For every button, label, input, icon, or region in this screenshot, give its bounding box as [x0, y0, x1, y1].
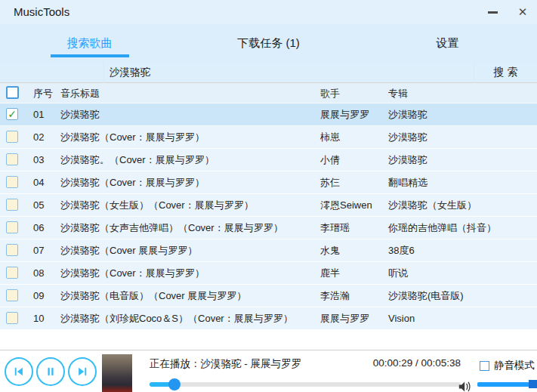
volume-slider[interactable]: [477, 382, 535, 387]
song-album: 你瑶的吉他弹唱（抖音）: [388, 217, 496, 239]
next-button[interactable]: [68, 357, 97, 386]
pause-button[interactable]: [36, 357, 65, 386]
table-row[interactable]: 10 沙漠骆驼（刘珍妮Coco＆S）（Cover：展展与罗罗） 展展与罗罗 Vi…: [0, 307, 537, 330]
volume-fill: [477, 382, 535, 387]
row-checkbox[interactable]: [6, 176, 18, 188]
search-button[interactable]: 搜 索: [474, 62, 537, 82]
row-checkbox[interactable]: [6, 312, 18, 324]
progress-handle[interactable]: [168, 378, 181, 390]
song-artist: 李瑨瑶: [320, 217, 350, 239]
song-index: 08: [33, 262, 44, 285]
player-bar: 正在播放：沙漠骆驼 - 展展与罗罗 00:00:29 / 00:05:38 静音…: [0, 350, 537, 392]
row-checkbox[interactable]: ✓: [6, 108, 18, 120]
song-title: 沙漠骆驼（电音版）（Cover 展展与罗罗）: [60, 285, 246, 307]
song-album: 沙漠骆驼: [388, 126, 427, 149]
song-artist: 李浩瀚: [320, 285, 350, 307]
song-index: 10: [33, 307, 44, 330]
song-album: Vision: [388, 307, 415, 330]
song-index: 05: [33, 194, 44, 217]
song-artist: 小倩: [320, 149, 340, 171]
row-checkbox[interactable]: [6, 199, 18, 211]
song-title: 沙漠骆驼。（Cover：展展与罗罗）: [60, 149, 214, 171]
app-title: MusicTools: [14, 0, 69, 24]
close-button[interactable]: ✕: [510, 0, 535, 24]
song-title: 沙漠骆驼（Cover：展展与罗罗）: [60, 171, 205, 194]
mute-checkbox[interactable]: [480, 361, 489, 371]
row-checkbox[interactable]: [6, 153, 18, 165]
song-title: 沙漠骆驼: [60, 103, 100, 126]
song-index: 03: [33, 149, 44, 171]
tab-label: 搜索歌曲: [67, 36, 113, 51]
search-bar: 搜 索: [0, 62, 537, 83]
song-list: ✓ 01 沙漠骆驼 展展与罗罗 沙漠骆驼 02 沙漠骆驼（Cover：展展与罗罗…: [0, 103, 537, 330]
titlebar: MusicTools ✕: [0, 0, 537, 24]
table-row[interactable]: 05 沙漠骆驼（女生版）（Cover：展展与罗罗） 澪恩Seiwen 沙漠骆驼（…: [0, 194, 537, 217]
row-checkbox[interactable]: [6, 289, 18, 301]
song-title: 沙漠骆驼（女声吉他弹唱）（Cover：展展与罗罗）: [60, 217, 283, 239]
table-row[interactable]: 06 沙漠骆驼（女声吉他弹唱）（Cover：展展与罗罗） 李瑨瑶 你瑶的吉他弹唱…: [0, 217, 537, 239]
tab-download-tasks[interactable]: 下载任务 (1): [179, 24, 358, 62]
song-artist: 鹿半: [320, 262, 340, 285]
table-row[interactable]: 02 沙漠骆驼（Cover：展展与罗罗） 柿崽 沙漠骆驼: [0, 126, 537, 149]
song-title: 沙漠骆驼（Cover：展展与罗罗）: [60, 126, 205, 149]
song-index: 01: [33, 103, 44, 126]
song-album: 沙漠骆驼: [388, 103, 427, 126]
row-checkbox[interactable]: [6, 244, 18, 256]
pause-icon: [44, 365, 57, 378]
table-row[interactable]: 04 沙漠骆驼（Cover：展展与罗罗） 苏仨 翻唱精选: [0, 171, 537, 194]
header-artist: 歌手: [320, 83, 340, 103]
progress-fill: [150, 382, 174, 387]
song-album: 沙漠骆驼: [388, 149, 427, 171]
song-album: 38度6: [388, 239, 415, 262]
mute-mode-toggle[interactable]: 静音模式: [480, 359, 535, 372]
progress-bar[interactable]: [150, 382, 461, 387]
song-title: 沙漠骆驼（刘珍妮Coco＆S）（Cover：展展与罗罗）: [60, 307, 293, 330]
tab-search-songs[interactable]: 搜索歌曲: [0, 24, 179, 62]
row-checkbox[interactable]: [6, 267, 18, 279]
tab-label: 下载任务 (1): [237, 36, 300, 51]
volume-handle[interactable]: [529, 380, 537, 388]
song-table: 序号 音乐标题 歌手 专辑 ✓ 01 沙漠骆驼 展展与罗罗 沙漠骆驼 02 沙漠…: [0, 83, 537, 330]
divider: [103, 62, 104, 83]
row-checkbox[interactable]: [6, 221, 18, 233]
song-album: 沙漠骆驼（女生版）: [388, 194, 477, 217]
minimize-icon: [488, 11, 498, 14]
tab-settings[interactable]: 设置: [358, 24, 537, 62]
row-checkbox[interactable]: [6, 131, 18, 143]
song-title: 沙漠骆驼（Cover：展展与罗罗）: [60, 262, 205, 285]
song-index: 07: [33, 239, 44, 262]
song-album: 沙漠骆驼(电音版): [388, 285, 464, 307]
header-album: 专辑: [388, 83, 408, 103]
song-artist: 澪恩Seiwen: [320, 194, 372, 217]
song-album: 翻唱精选: [388, 171, 427, 194]
now-playing-text: 正在播放：沙漠骆驼 - 展展与罗罗: [150, 357, 301, 371]
song-title: 沙漠骆驼（女生版）（Cover：展展与罗罗）: [60, 194, 254, 217]
speaker-icon[interactable]: [458, 380, 473, 392]
song-artist: 苏仨: [320, 171, 340, 194]
table-row[interactable]: 03 沙漠骆驼。（Cover：展展与罗罗） 小倩 沙漠骆驼: [0, 149, 537, 171]
song-title: 沙漠骆驼（Cover 展展与罗罗）: [60, 239, 197, 262]
tab-bar: 搜索歌曲 下载任务 (1) 设置: [0, 24, 537, 62]
header-title: 音乐标题: [60, 83, 100, 103]
song-artist: 展展与罗罗: [320, 307, 369, 330]
song-album: 听说: [388, 262, 408, 285]
next-icon: [76, 365, 89, 378]
song-artist: 展展与罗罗: [320, 103, 369, 126]
select-all-checkbox[interactable]: [6, 86, 19, 99]
song-index: 02: [33, 126, 44, 149]
song-index: 06: [33, 217, 44, 239]
song-artist: 水鬼: [320, 239, 340, 262]
table-row[interactable]: ✓ 01 沙漠骆驼 展展与罗罗 沙漠骆驼: [0, 103, 537, 126]
previous-icon: [12, 365, 26, 378]
table-row[interactable]: 08 沙漠骆驼（Cover：展展与罗罗） 鹿半 听说: [0, 262, 537, 285]
search-input[interactable]: [110, 62, 468, 82]
table-header: 序号 音乐标题 歌手 专辑: [0, 83, 537, 103]
minimize-button[interactable]: [480, 0, 505, 24]
previous-button[interactable]: [5, 357, 33, 386]
table-row[interactable]: 07 沙漠骆驼（Cover 展展与罗罗） 水鬼 38度6: [0, 239, 537, 262]
active-tab-underline: [51, 54, 129, 57]
close-icon: ✕: [518, 5, 528, 19]
table-row[interactable]: 09 沙漠骆驼（电音版）（Cover 展展与罗罗） 李浩瀚 沙漠骆驼(电音版): [0, 285, 537, 307]
song-artist: 柿崽: [320, 126, 340, 149]
album-art: [102, 354, 132, 392]
